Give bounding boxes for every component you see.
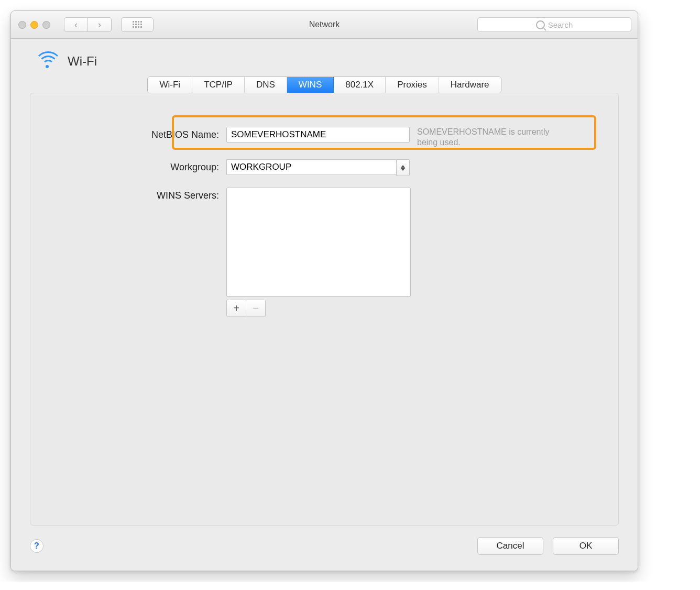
add-wins-server-button[interactable]: + xyxy=(226,300,246,316)
tab-hardware[interactable]: Hardware xyxy=(439,77,501,93)
wifi-icon xyxy=(34,51,60,71)
wins-servers-label: WINS Servers: xyxy=(62,188,219,203)
chevron-right-icon: › xyxy=(98,19,101,30)
window-controls xyxy=(11,21,50,29)
help-icon: ? xyxy=(34,541,39,551)
zoom-window-button[interactable] xyxy=(42,21,50,29)
grid-icon xyxy=(133,21,142,28)
plus-icon: + xyxy=(233,302,239,314)
ok-button[interactable]: OK xyxy=(553,537,619,555)
netbios-hint: SOMEVERHOSTNAME is currently being used. xyxy=(417,127,553,148)
netbios-label: NetBIOS Name: xyxy=(62,127,219,143)
titlebar: ‹ › Network Search xyxy=(11,11,638,39)
panel-heading: Wi-Fi xyxy=(34,51,619,71)
chevron-up-icon xyxy=(401,165,405,168)
wins-servers-list[interactable] xyxy=(226,188,411,297)
wins-pane: NetBIOS Name: SOMEVERHOSTNAME is current… xyxy=(30,93,619,526)
back-button[interactable]: ‹ xyxy=(64,17,88,32)
wins-servers-row: WINS Servers: + − xyxy=(62,188,587,316)
netbios-name-input[interactable] xyxy=(226,127,410,143)
workgroup-combobox[interactable] xyxy=(226,159,410,176)
search-icon xyxy=(536,20,545,29)
tab-wins[interactable]: WINS xyxy=(287,77,334,93)
minus-icon: − xyxy=(253,302,259,314)
tab-tcpip[interactable]: TCP/IP xyxy=(192,77,245,93)
footer: ? Cancel OK xyxy=(30,537,619,555)
minimize-window-button[interactable] xyxy=(30,21,38,29)
search-field[interactable]: Search xyxy=(477,17,631,32)
remove-wins-server-button[interactable]: − xyxy=(246,300,266,316)
chevron-down-icon xyxy=(401,168,405,171)
panel-title: Wi-Fi xyxy=(68,54,97,69)
tab-8021x[interactable]: 802.1X xyxy=(334,77,386,93)
chevron-left-icon: ‹ xyxy=(74,19,78,30)
settings-tabbar: Wi-Fi TCP/IP DNS WINS 802.1X Proxies Har… xyxy=(147,77,501,93)
tab-proxies[interactable]: Proxies xyxy=(386,77,439,93)
help-button[interactable]: ? xyxy=(30,539,43,553)
forward-button[interactable]: › xyxy=(88,17,112,32)
close-window-button[interactable] xyxy=(18,21,26,29)
workgroup-row: Workgroup: xyxy=(62,159,587,176)
search-placeholder: Search xyxy=(548,20,573,29)
tab-wifi[interactable]: Wi-Fi xyxy=(148,77,192,93)
window-body: Wi-Fi Wi-Fi TCP/IP DNS WINS 802.1X Proxi… xyxy=(11,39,638,571)
show-all-button[interactable] xyxy=(121,17,154,32)
wins-list-buttons: + − xyxy=(226,300,410,316)
tab-dns[interactable]: DNS xyxy=(245,77,287,93)
netbios-row: NetBIOS Name: SOMEVERHOSTNAME is current… xyxy=(62,127,587,148)
workgroup-input[interactable] xyxy=(226,159,396,175)
cancel-button[interactable]: Cancel xyxy=(477,537,543,555)
network-preferences-window: ‹ › Network Search Wi-Fi xyxy=(10,10,638,571)
nav-buttons: ‹ › xyxy=(64,17,112,32)
workgroup-stepper[interactable] xyxy=(396,159,410,176)
workgroup-label: Workgroup: xyxy=(62,159,219,175)
